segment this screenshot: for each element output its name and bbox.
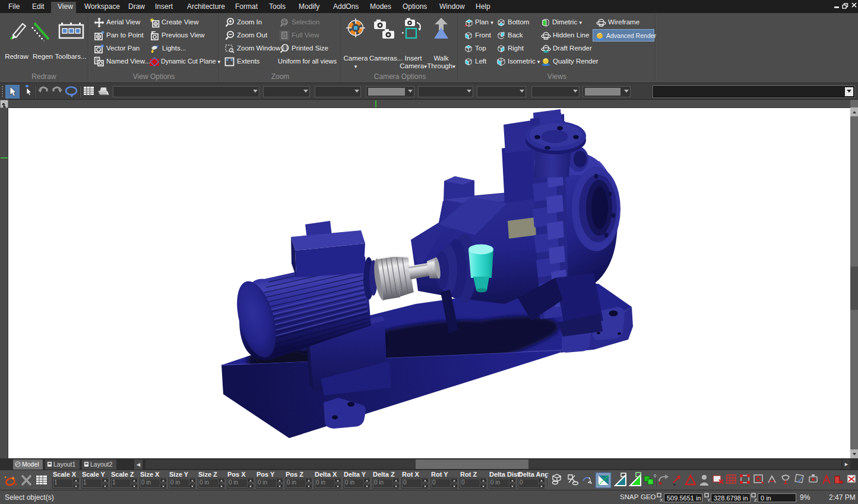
svg-text:Z: Z [754, 497, 757, 503]
svg-text:X: X [660, 497, 663, 503]
svg-text:Y: Y [707, 497, 711, 503]
